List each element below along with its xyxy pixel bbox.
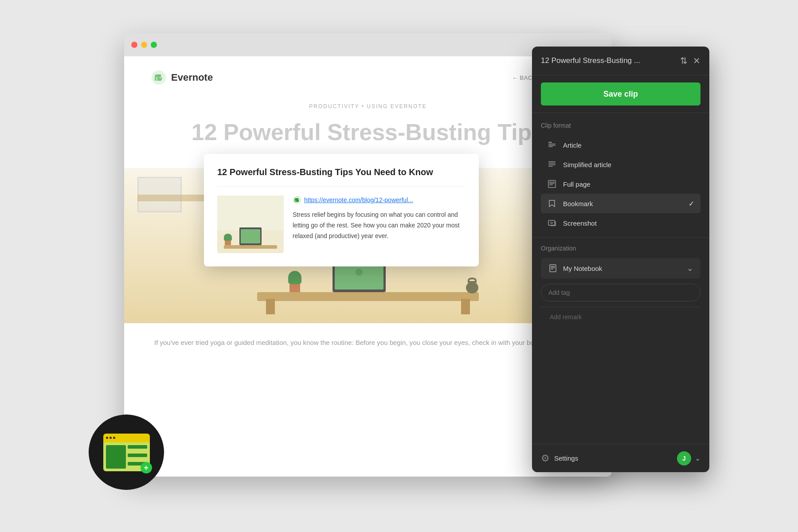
svg-rect-15 — [549, 183, 555, 184]
evernote-clipper-panel: 12 Powerful Stress-Busting ... ⇅ ✕ Save … — [532, 47, 709, 472]
notebook-chevron-icon: ⌄ — [687, 263, 693, 273]
svg-rect-20 — [551, 266, 555, 267]
svg-rect-7 — [548, 145, 555, 146]
plant-decoration — [288, 271, 301, 293]
format-option-bookmark[interactable]: Bookmark ✓ — [541, 194, 700, 213]
bookmark-url: https://evernote.com/blog/12-powerful... — [293, 196, 466, 204]
settings-label: Settings — [554, 454, 578, 462]
user-avatar: J — [677, 451, 691, 466]
full-page-label: Full page — [563, 180, 694, 188]
screenshot-label: Screenshot — [563, 219, 694, 227]
format-option-simplified-article[interactable]: Simplified article — [541, 155, 700, 174]
svg-rect-17 — [548, 220, 555, 225]
svg-rect-5 — [548, 142, 552, 143]
organization-section: Organization My Notebook ⌄ Add remark — [532, 237, 709, 331]
simplified-article-label: Simplified article — [563, 161, 694, 168]
traffic-light-yellow[interactable] — [141, 42, 147, 48]
user-area[interactable]: J ⌄ — [677, 451, 700, 466]
svg-rect-19 — [550, 265, 556, 272]
bookmark-card-title: 12 Powerful Stress-Busting Tips You Need… — [217, 167, 466, 187]
notebook-icon — [548, 263, 558, 273]
svg-rect-21 — [551, 267, 555, 268]
bookmark-card: 12 Powerful Stress-Busting Tips You Need… — [204, 154, 479, 266]
close-icon[interactable]: ✕ — [693, 55, 700, 66]
format-option-full-page[interactable]: Full page — [541, 174, 700, 194]
sort-icon[interactable]: ⇅ — [680, 55, 688, 66]
svg-point-3 — [356, 269, 363, 276]
save-clip-button[interactable]: Save clip — [541, 82, 700, 106]
svg-point-18 — [551, 222, 552, 224]
article-format-icon — [547, 140, 557, 150]
desk-leg-right — [461, 299, 470, 314]
format-option-screenshot[interactable]: Screenshot — [541, 213, 700, 233]
notebook-label: My Notebook — [563, 265, 681, 272]
traffic-light-green[interactable] — [151, 42, 157, 48]
tag-input[interactable] — [541, 284, 700, 301]
bookmark-text-area: https://evernote.com/blog/12-powerful...… — [293, 196, 466, 253]
panel-title: 12 Powerful Stress-Busting ... — [541, 56, 676, 65]
bookmark-description: Stress relief begins by focusing on what… — [293, 210, 466, 241]
traffic-light-red[interactable] — [131, 42, 137, 48]
svg-rect-10 — [548, 163, 555, 164]
bookmark-url-text[interactable]: https://evernote.com/blog/12-powerful... — [304, 196, 413, 203]
svg-rect-6 — [548, 144, 555, 145]
settings-gear-icon: ⚙ — [541, 453, 550, 464]
panel-footer: ⚙ Settings J ⌄ — [532, 444, 709, 472]
evernote-logo: Evernote — [151, 70, 213, 86]
clip-format-section: Clip format Article Sim — [532, 113, 709, 237]
full-page-format-icon — [547, 179, 557, 189]
extension-icon[interactable]: + — [89, 415, 164, 490]
bookmark-label: Bookmark — [563, 200, 682, 207]
evernote-logo-icon — [151, 70, 167, 86]
clip-format-label: Clip format — [541, 122, 700, 129]
organization-label: Organization — [541, 245, 700, 252]
notebook-select[interactable]: My Notebook ⌄ — [541, 258, 700, 278]
extension-browser-graphic: + — [103, 434, 150, 471]
svg-rect-9 — [548, 161, 555, 162]
desk-leg-left — [266, 299, 275, 314]
extension-plus-badge: + — [141, 462, 152, 473]
svg-rect-13 — [548, 180, 555, 188]
svg-rect-11 — [548, 164, 555, 165]
bookmark-card-body: https://evernote.com/blog/12-powerful...… — [217, 196, 466, 253]
format-option-article[interactable]: Article — [541, 135, 700, 155]
remark-placeholder: Add remark — [550, 313, 582, 321]
article-category: PRODUCTIVITY • USING EVERNOTE — [151, 103, 585, 110]
remark-input[interactable]: Add remark — [541, 307, 700, 327]
svg-rect-12 — [548, 166, 553, 167]
desk-surface — [257, 292, 479, 301]
svg-rect-22 — [551, 269, 553, 270]
svg-point-1 — [160, 75, 160, 76]
simplified-article-format-icon — [547, 160, 557, 169]
svg-rect-14 — [549, 182, 555, 183]
bookmark-format-icon — [547, 199, 557, 208]
panel-header: 12 Powerful Stress-Busting ... ⇅ ✕ — [532, 47, 709, 75]
bookmark-check-icon: ✓ — [688, 200, 694, 208]
user-chevron-icon: ⌄ — [695, 454, 700, 462]
kettlebell — [466, 278, 479, 293]
article-label: Article — [563, 141, 694, 149]
svg-rect-8 — [548, 146, 553, 147]
article-title: 12 Powerful Stress-Busting Tips — [151, 118, 585, 146]
svg-rect-16 — [549, 184, 553, 185]
settings-area[interactable]: ⚙ Settings — [541, 453, 578, 464]
screenshot-format-icon — [547, 218, 557, 228]
bookmark-thumbnail — [217, 196, 284, 253]
evernote-url-icon — [293, 196, 301, 204]
evernote-logo-text: Evernote — [171, 72, 213, 83]
evernote-header: Evernote ← BACK TO BLOG HOME — [151, 70, 585, 86]
panel-header-actions: ⇅ ✕ — [680, 55, 700, 66]
